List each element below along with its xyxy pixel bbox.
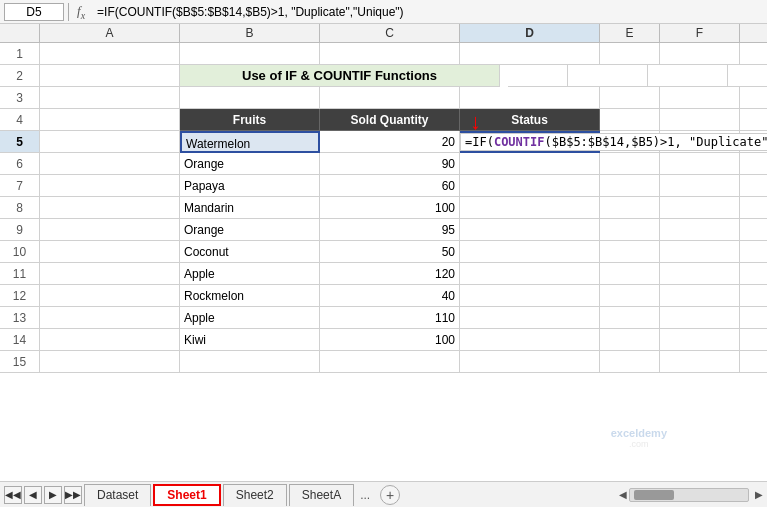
cell-b5-watermelon[interactable]: Watermelon <box>180 131 320 153</box>
cell-e10[interactable] <box>600 241 660 263</box>
cell-b7[interactable]: Papaya <box>180 175 320 197</box>
cell-d9[interactable] <box>460 219 600 241</box>
cell-e5[interactable] <box>600 131 660 153</box>
cell-e3[interactable] <box>600 87 660 109</box>
cell-b12[interactable]: Rockmelon <box>180 285 320 307</box>
cell-a9[interactable] <box>40 219 180 241</box>
cell-g7[interactable] <box>740 175 767 197</box>
cell-f3[interactable] <box>660 87 740 109</box>
add-sheet-button[interactable]: + <box>380 485 400 505</box>
cell-e11[interactable] <box>600 263 660 285</box>
cell-e4[interactable] <box>600 109 660 131</box>
cell-c7[interactable]: 60 <box>320 175 460 197</box>
cell-c6[interactable]: 90 <box>320 153 460 175</box>
cell-d11[interactable] <box>460 263 600 285</box>
cell-b9[interactable]: Orange <box>180 219 320 241</box>
cell-d14[interactable] <box>460 329 600 351</box>
cell-b14[interactable]: Kiwi <box>180 329 320 351</box>
sheet-tab-sheet1[interactable]: Sheet1 <box>153 484 220 506</box>
cell-g10[interactable] <box>740 241 767 263</box>
col-header-f[interactable]: F <box>660 24 740 42</box>
cell-d8[interactable] <box>460 197 600 219</box>
cell-a1[interactable] <box>40 43 180 65</box>
cell-a3[interactable] <box>40 87 180 109</box>
cell-c13[interactable]: 110 <box>320 307 460 329</box>
cell-a14[interactable] <box>40 329 180 351</box>
cell-a4[interactable] <box>40 109 180 131</box>
cell-f2[interactable] <box>568 65 648 87</box>
cell-f11[interactable] <box>660 263 740 285</box>
cell-b3[interactable] <box>180 87 320 109</box>
cell-d6[interactable] <box>460 153 600 175</box>
cell-g13[interactable] <box>740 307 767 329</box>
cell-g11[interactable] <box>740 263 767 285</box>
cell-e7[interactable] <box>600 175 660 197</box>
cell-e1[interactable] <box>600 43 660 65</box>
cell-d5-status[interactable] <box>460 131 600 153</box>
cell-d2[interactable] <box>500 65 508 87</box>
col-header-b[interactable]: B <box>180 24 320 42</box>
cell-e9[interactable] <box>600 219 660 241</box>
sheet-tab-sheet2[interactable]: Sheet2 <box>223 484 287 506</box>
scrollbar-right-icon[interactable]: ▶ <box>755 489 763 500</box>
scrollbar-left-icon[interactable]: ◀ <box>619 489 627 500</box>
cell-c11[interactable]: 120 <box>320 263 460 285</box>
cell-d3[interactable] <box>460 87 600 109</box>
col-header-d[interactable]: D <box>460 24 600 42</box>
formula-bar-content[interactable]: =IF(COUNTIF($B$5:$B$14,$B5)>1, "Duplicat… <box>93 5 763 19</box>
col-header-g[interactable]: G <box>740 24 767 42</box>
cell-e13[interactable] <box>600 307 660 329</box>
tab-nav-next[interactable]: ▶ <box>44 486 62 504</box>
cell-d12[interactable] <box>460 285 600 307</box>
tab-nav-last[interactable]: ▶▶ <box>64 486 82 504</box>
cell-b13[interactable]: Apple <box>180 307 320 329</box>
cell-c14[interactable]: 100 <box>320 329 460 351</box>
cell-e12[interactable] <box>600 285 660 307</box>
horizontal-scrollbar[interactable] <box>629 488 749 502</box>
cell-f9[interactable] <box>660 219 740 241</box>
more-sheets-indicator[interactable]: ... <box>356 488 374 502</box>
cell-e8[interactable] <box>600 197 660 219</box>
cell-a6[interactable] <box>40 153 180 175</box>
cell-d13[interactable] <box>460 307 600 329</box>
cell-a12[interactable] <box>40 285 180 307</box>
cell-c15[interactable] <box>320 351 460 373</box>
cell-b6[interactable]: Orange <box>180 153 320 175</box>
cell-c3[interactable] <box>320 87 460 109</box>
cell-d15[interactable] <box>460 351 600 373</box>
cell-c12[interactable]: 40 <box>320 285 460 307</box>
cell-e14[interactable] <box>600 329 660 351</box>
cell-f14[interactable] <box>660 329 740 351</box>
cell-c1[interactable] <box>320 43 460 65</box>
col-header-e[interactable]: E <box>600 24 660 42</box>
cell-c8[interactable]: 100 <box>320 197 460 219</box>
cell-d7[interactable] <box>460 175 600 197</box>
cell-a10[interactable] <box>40 241 180 263</box>
cell-f15[interactable] <box>660 351 740 373</box>
cell-g8[interactable] <box>740 197 767 219</box>
cell-f6[interactable] <box>660 153 740 175</box>
cell-c9[interactable]: 95 <box>320 219 460 241</box>
cell-c10[interactable]: 50 <box>320 241 460 263</box>
cell-g5[interactable] <box>740 131 767 153</box>
cell-e2[interactable] <box>508 65 568 87</box>
tab-nav-first[interactable]: ◀◀ <box>4 486 22 504</box>
cell-g3[interactable] <box>740 87 767 109</box>
cell-g14[interactable] <box>740 329 767 351</box>
name-box[interactable]: D5 <box>4 3 64 21</box>
cell-a2[interactable] <box>40 65 180 87</box>
cell-f10[interactable] <box>660 241 740 263</box>
col-header-c[interactable]: C <box>320 24 460 42</box>
cell-g9[interactable] <box>740 219 767 241</box>
cell-g12[interactable] <box>740 285 767 307</box>
cell-a11[interactable] <box>40 263 180 285</box>
cell-a13[interactable] <box>40 307 180 329</box>
cell-a5[interactable] <box>40 131 180 153</box>
cell-f1[interactable] <box>660 43 740 65</box>
cell-b1[interactable] <box>180 43 320 65</box>
cell-b8[interactable]: Mandarin <box>180 197 320 219</box>
cell-g4[interactable] <box>740 109 767 131</box>
col-header-a[interactable]: A <box>40 24 180 42</box>
cell-b15[interactable] <box>180 351 320 373</box>
cell-f5[interactable] <box>660 131 740 153</box>
